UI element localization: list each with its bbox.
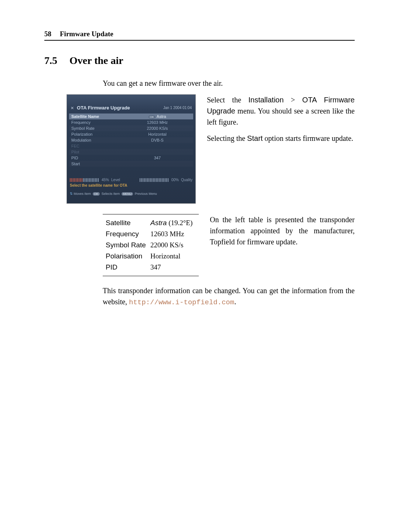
osd-row-polarization[interactable]: Polarization Horizontal [69,131,193,137]
section-number: 7.5 [44,55,57,66]
help-prev: Previous Menu [135,192,157,196]
osd-label: Frequency [69,120,124,125]
chapter-title: Firmware Update [60,30,113,38]
menu-pill-icon: MENU [122,192,133,196]
osd-value: 22000 KS/s [124,126,193,131]
osd-value: 347 [124,156,193,160]
intro-text: You can get a new firmware over the air. [103,79,355,88]
osd-titlebar: ✕ OTA Firmware Upgrade Jan 1 2004 01:04 [67,102,195,113]
osd-label: PID [69,156,124,160]
table-row: Satellite Astra (19.2°E) [105,217,197,228]
osd-label: Satellite Name [69,114,124,119]
osd-value: OKAstra [124,114,193,119]
osd-grid: Satellite Name OKAstra Frequency 12603 M… [69,113,193,167]
osd-help-footer: ⇅ Moves Item OK Selects Item MENU Previo… [70,192,192,196]
table-value: 12603 MHz [150,228,197,240]
osd-row-modulation[interactable]: Modulation DVB-S [69,137,193,143]
page-header: 58 Firmware Update [44,30,355,41]
table-value: 347 [150,262,197,273]
table-label: Frequency [105,228,150,240]
updown-icon: ⇅ [70,192,73,196]
page-container: 58 Firmware Update 7.5 Over the air You … [0,0,399,338]
ota-screenshot: ✕ OTA Firmware Upgrade Jan 1 2004 01:04 … [66,94,196,204]
right-text-block-1: Select the Installation > OTA Firmware U… [207,94,355,149]
osd-title-wrapper: ✕ OTA Firmware Upgrade [71,105,130,111]
website-link[interactable]: http://www.i-topfield.com [129,298,234,306]
table-row: PID 347 [105,262,197,273]
osd-label: Pilot [69,150,124,154]
osd-label: FEC [69,144,124,148]
paragraph-2: Selecting the Start option starts firmwa… [207,133,355,144]
bottom-paragraph: This transponder information can be chan… [103,285,355,308]
osd-row-pid[interactable]: PID 347 [69,155,193,161]
table-value: Horizontal [150,251,197,262]
satellite-icon: ✕ [71,106,74,111]
level-bar [70,178,99,182]
osd-label: Start [69,162,124,166]
ok-badge: OK [149,115,155,119]
section-title: Over the air [69,55,123,66]
ok-pill-icon: OK [93,192,100,196]
table-row: Symbol Rate 22000 KS/s [105,240,197,251]
transponder-table: Satellite Astra (19.2°E) Frequency 12603… [103,214,199,276]
osd-help-text: Select the satellite name for OTA [70,183,192,187]
table-value: 22000 KS/s [150,240,197,251]
osd-title: OTA Firmware Upgrade [77,105,130,111]
osd-label: Polarization [69,132,124,136]
help-selects: Selects Item [102,192,120,196]
osd-row-fec: FEC [69,143,193,149]
table-value: Astra (19.2°E) [150,217,197,228]
level-label: Level [111,178,120,182]
paragraph-1: Select the Installation > OTA Firmware U… [207,94,355,128]
quality-label: Quality [181,178,192,182]
start-option: Start [247,134,263,142]
osd-value: 12603 MHz [124,120,193,125]
page-number: 58 [44,30,51,38]
table-label: Satellite [105,217,150,228]
osd-datetime: Jan 1 2004 01:04 [163,106,192,110]
osd-label: Symbol Rate [69,126,124,131]
section-heading: 7.5 Over the air [44,55,355,67]
osd-row-pilot: Pilot [69,149,193,155]
osd-row-start[interactable]: Start [69,161,193,167]
osd-bars: 45% Level 00% Quality [70,178,192,182]
quality-bar [140,178,169,182]
table-row: Frequency 12603 MHz [105,228,197,240]
osd-row-frequency[interactable]: Frequency 12603 MHz [69,119,193,125]
table-label: Symbol Rate [105,240,150,251]
quality-value: 00% [171,178,179,182]
table-label: Polarisation [105,251,150,262]
menu-path-installation: Installation [248,96,284,104]
osd-row-satellite-name[interactable]: Satellite Name OKAstra [69,113,193,119]
osd-value: DVB-S [124,138,193,142]
osd-row-symbol-rate[interactable]: Symbol Rate 22000 KS/s [69,125,193,131]
right-text-block-2: On the left table is presented the trans… [210,214,355,247]
table-row: Polarisation Horizontal [105,251,197,262]
help-moves: Moves Item [74,192,91,196]
table-label: PID [105,262,150,273]
osd-label: Modulation [69,138,124,142]
osd-value: Horizontal [124,132,193,136]
level-value: 45% [102,178,109,182]
